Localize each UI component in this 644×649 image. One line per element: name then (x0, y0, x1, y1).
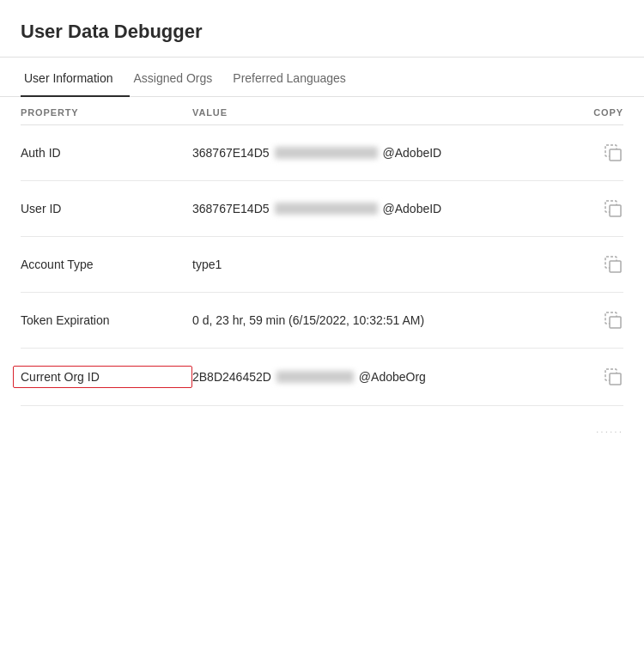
col-header-value: VALUE (192, 107, 555, 118)
property-token-expiration: Token Expiration (21, 313, 192, 327)
header: User Data Debugger (0, 0, 644, 58)
svg-rect-1 (610, 149, 621, 161)
col-header-copy: COPY (555, 107, 623, 118)
copy-icon (605, 368, 622, 385)
property-user-id: User ID (21, 202, 192, 215)
copy-cell-empty: ...... (555, 423, 623, 435)
copy-button-user-id[interactable] (603, 198, 623, 219)
svg-rect-5 (610, 261, 621, 272)
copy-icon (605, 312, 622, 329)
tab-assigned-orgs[interactable]: Assigned Orgs (130, 58, 229, 97)
property-account-type: Account Type (21, 258, 192, 271)
property-auth-id: Auth ID (21, 146, 192, 160)
tab-preferred-languages[interactable]: Preferred Languages (229, 58, 363, 97)
col-header-property: PROPERTY (21, 107, 192, 118)
copy-cell-account-type (555, 254, 623, 275)
blurred-auth-id (275, 147, 378, 159)
copy-icon (605, 144, 622, 161)
table-row: Auth ID 368767E14D5 @AdobeID (21, 125, 623, 181)
blurred-current-org-id (276, 371, 354, 383)
property-current-org-id: Current Org ID (13, 366, 192, 388)
table-row-current-org-id: Current Org ID 2B8D246452D @AdobeOrg (21, 349, 623, 406)
copy-cell-auth-id (555, 143, 623, 163)
svg-rect-3 (610, 205, 621, 216)
value-current-org-id: 2B8D246452D @AdobeOrg (192, 370, 555, 384)
app-container: User Data Debugger User Information Assi… (0, 0, 644, 649)
blurred-user-id (275, 203, 378, 215)
table-row: Account Type type1 (21, 237, 623, 293)
value-account-type: type1 (192, 258, 555, 271)
table-row-empty: ...... (21, 406, 623, 452)
value-user-id: 368767E14D5 @AdobeID (192, 202, 555, 215)
copy-button-auth-id[interactable] (603, 143, 623, 163)
copy-icon (605, 200, 622, 217)
copy-button-account-type[interactable] (603, 254, 623, 275)
table-row: Token Expiration 0 d, 23 hr, 59 min (6/1… (21, 293, 623, 349)
value-auth-id: 368767E14D5 @AdobeID (192, 146, 555, 160)
copy-cell-user-id (555, 198, 623, 219)
tab-user-information[interactable]: User Information (21, 58, 130, 97)
copy-cell-current-org-id (555, 367, 623, 387)
svg-rect-9 (610, 373, 621, 385)
value-token-expiration: 0 d, 23 hr, 59 min (6/15/2022, 10:32:51 … (192, 313, 555, 327)
copy-icon (605, 256, 622, 273)
svg-rect-7 (610, 317, 621, 328)
table-header: PROPERTY VALUE COPY (21, 97, 623, 125)
copy-button-current-org-id[interactable] (603, 367, 623, 387)
table-row: User ID 368767E14D5 @AdobeID (21, 181, 623, 237)
tabs-container: User Information Assigned Orgs Preferred… (0, 58, 644, 97)
copy-cell-token-expiration (555, 310, 623, 331)
copy-button-token-expiration[interactable] (603, 310, 623, 331)
table-container: PROPERTY VALUE COPY Auth ID 368767E14D5 … (0, 97, 644, 452)
page-title: User Data Debugger (21, 21, 623, 43)
